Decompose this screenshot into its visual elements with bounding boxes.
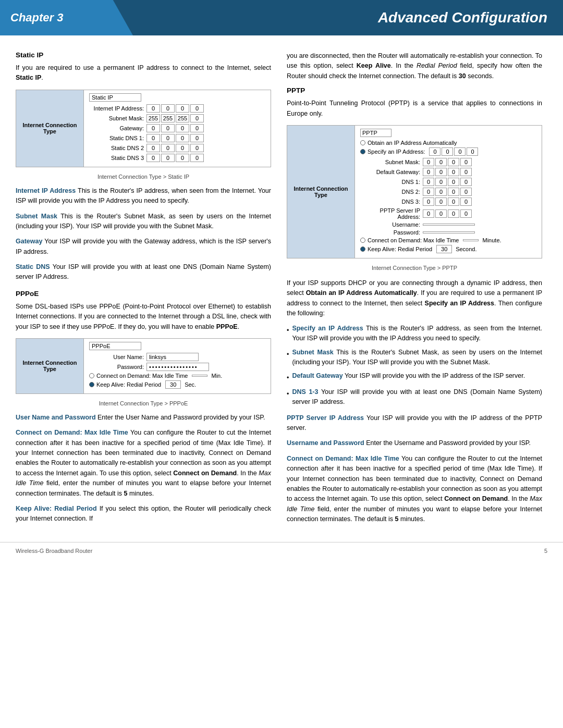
list-item: • Default Gateway Your ISP will provide …	[287, 371, 542, 383]
keep-alive-radio[interactable]	[89, 382, 94, 387]
specify-octet-3: 0	[454, 147, 466, 156]
chapter-label: Chapter 3	[0, 0, 133, 35]
dns1-row: Static DNS 1: 0 0 0 0	[89, 134, 265, 142]
internet-ip-row: Internet IP Address: 0 0 0 0	[89, 104, 265, 113]
ip-octet-3: 0	[176, 104, 189, 113]
pptp-username-label: Username:	[360, 221, 423, 228]
pptp-username-input[interactable]	[423, 224, 475, 226]
pptp-connect-demand-row: Connect on Demand: Max Idle Time Minute.	[360, 237, 536, 243]
keep-alive-cont: you are disconnected, then the Router wi…	[287, 51, 542, 81]
list-item: • Specify an IP Address This is the Rout…	[287, 324, 542, 343]
pptp-fields: PPTP Obtain an IP Address Automatically …	[355, 126, 542, 258]
gw-octet-1: 0	[146, 124, 160, 132]
pptp-keep-alive-radio[interactable]	[360, 246, 365, 252]
pptp-obtain-auto-row: Obtain an IP Address Automatically	[360, 140, 536, 146]
gateway-desc: Gateway Your ISP will provide you with t…	[16, 237, 271, 257]
pppoe-password-value: ••••••••••••••••	[146, 363, 209, 371]
pptp-dns3-label: DNS 3:	[360, 199, 423, 205]
pptp-dns2-label: DNS 2:	[360, 189, 423, 195]
pptp-connect-demand-radio[interactable]	[360, 238, 365, 243]
dns3-octet-4: 0	[190, 154, 204, 162]
pptp-dns1-label: DNS 1:	[360, 179, 423, 185]
pppoe-fields: PPPoE User Name: linksys Password: •••••…	[84, 339, 271, 393]
gw-octet-3: 0	[176, 124, 189, 132]
pptp-max-idle-input[interactable]	[463, 239, 479, 241]
pptp-server-ip-label: PPTP Server IP Address:	[360, 207, 423, 220]
pppoe-username-label: User Name:	[89, 354, 146, 360]
dns3-label: Static DNS 3	[89, 155, 146, 161]
pptp-password-label: Password:	[360, 229, 423, 236]
static-ip-type-value: Static IP	[89, 93, 141, 102]
internet-ip-inputs: 0 0 0 0	[146, 104, 204, 113]
subnet-mask-row: Subnet Mask: 255 255 255 0	[89, 114, 265, 122]
pptp-intro: Point-to-Point Tunneling Protocol (PPTP)…	[287, 98, 542, 119]
specify-octet-1: 0	[429, 147, 440, 156]
pptp-conn-box: Internet Connection Type PPTP Obtain an …	[287, 125, 542, 258]
sm-octet-1: 255	[146, 114, 160, 122]
pptp-section: PPTP Point-to-Point Tunneling Protocol (…	[287, 87, 542, 271]
dns2-inputs: 0 0 0 0	[146, 144, 204, 152]
dns3-row: Static DNS 3 0 0 0 0	[89, 154, 265, 162]
pptp-password-input[interactable]	[423, 231, 475, 233]
static-dns-desc: Static DNS Your ISP will provide you wit…	[16, 262, 271, 282]
dns2-octet-2: 0	[161, 144, 175, 152]
page-header: Chapter 3 Advanced Configuration	[0, 0, 563, 35]
footer-right: 5	[544, 548, 547, 554]
pptp-server-inputs: 0 0 0 0	[423, 209, 472, 218]
gateway-inputs: 0 0 0 0	[146, 124, 204, 132]
dns2-octet-1: 0	[146, 144, 160, 152]
pptp-specify-row: Specify an IP Address: 0 0 0 0	[360, 147, 536, 156]
gateway-row: Gateway: 0 0 0 0	[89, 124, 265, 132]
list-item: • DNS 1-3 Your ISP will provide you with…	[287, 387, 542, 407]
pptp-server-ip-row: PPTP Server IP Address: 0 0 0 0	[360, 207, 536, 220]
pptp-dns3-row: DNS 3: 0 0 0 0	[360, 198, 536, 206]
pppoe-intro: Some DSL-based ISPs use PPPoE (Point-to-…	[16, 302, 271, 332]
specify-ip-radio[interactable]	[360, 149, 365, 154]
gw-octet-4: 0	[190, 124, 204, 132]
pptp-keep-alive-row: Keep Alive: Redial Period 30 Second.	[360, 245, 536, 253]
subnet-mask-desc: Subnet Mask This is the Router's Subnet …	[16, 212, 271, 232]
dhcp-intro: If your ISP supports DHCP or you are con…	[287, 278, 542, 319]
pptp-type-value: PPTP	[360, 129, 391, 137]
right-column: you are disconnected, then the Router wi…	[287, 51, 542, 532]
static-ip-section: Static IP If you are required to use a p…	[16, 51, 271, 282]
pppoe-username-value: linksys	[146, 353, 199, 361]
pppoe-section: PPPoE Some DSL-based ISPs use PPPoE (Poi…	[16, 290, 271, 524]
subnet-mask-inputs: 255 255 255 0	[146, 114, 204, 122]
pptp-dns1-row: DNS 1: 0 0 0 0	[360, 178, 536, 186]
sm-octet-2: 255	[161, 114, 175, 122]
pppoe-username-row: User Name: linksys	[89, 353, 265, 361]
pppoe-password-label: Password:	[89, 364, 146, 370]
sm-octet-4: 0	[190, 114, 204, 122]
max-idle-time-input[interactable]	[192, 375, 207, 377]
pptp-dns2-inputs: 0 0 0 0	[423, 188, 472, 196]
user-name-password-desc: User Name and Password Enter the User Na…	[16, 413, 271, 423]
dns2-label: Static DNS 2	[89, 145, 146, 151]
pppoe-caption: Internet Connection Type > PPPoE	[16, 400, 271, 406]
gateway-label: Gateway:	[89, 125, 146, 131]
redial-period-input[interactable]: 30	[165, 380, 181, 389]
pppoe-conn-box: Internet Connection Type PPPoE User Name…	[16, 338, 271, 394]
dns3-inputs: 0 0 0 0	[146, 154, 204, 162]
dns1-octet-1: 0	[146, 134, 160, 142]
list-item: • Subnet Mask This is the Router's Subne…	[287, 348, 542, 367]
pptp-type-row: PPTP	[360, 129, 536, 137]
dns2-octet-4: 0	[190, 144, 204, 152]
left-column: Static IP If you are required to use a p…	[16, 51, 271, 532]
specify-octet-4: 0	[467, 147, 478, 156]
internet-ip-desc: Internet IP Address This is the Router's…	[16, 186, 271, 206]
obtain-auto-radio[interactable]	[360, 140, 365, 145]
pptp-title: PPTP	[287, 87, 542, 94]
dns2-row: Static DNS 2 0 0 0 0	[89, 144, 265, 152]
pptp-subnet-label: Subnet Mask:	[360, 159, 423, 165]
dns3-octet-1: 0	[146, 154, 160, 162]
pptp-gateway-row: Default Gateway: 0 0 0 0	[360, 168, 536, 176]
pppoe-password-row: Password: ••••••••••••••••	[89, 363, 265, 371]
pptp-redial-input[interactable]: 30	[436, 245, 452, 253]
pptp-password-row: Password:	[360, 229, 536, 236]
conn-type-label: Internet Connection Type	[16, 90, 84, 167]
connect-demand-radio[interactable]	[89, 373, 94, 378]
specify-ip-inputs: 0 0 0 0	[429, 147, 478, 156]
right-connect-demand-desc: Connect on Demand: Max Idle Time You can…	[287, 454, 542, 525]
pptp-username-row: Username:	[360, 221, 536, 228]
